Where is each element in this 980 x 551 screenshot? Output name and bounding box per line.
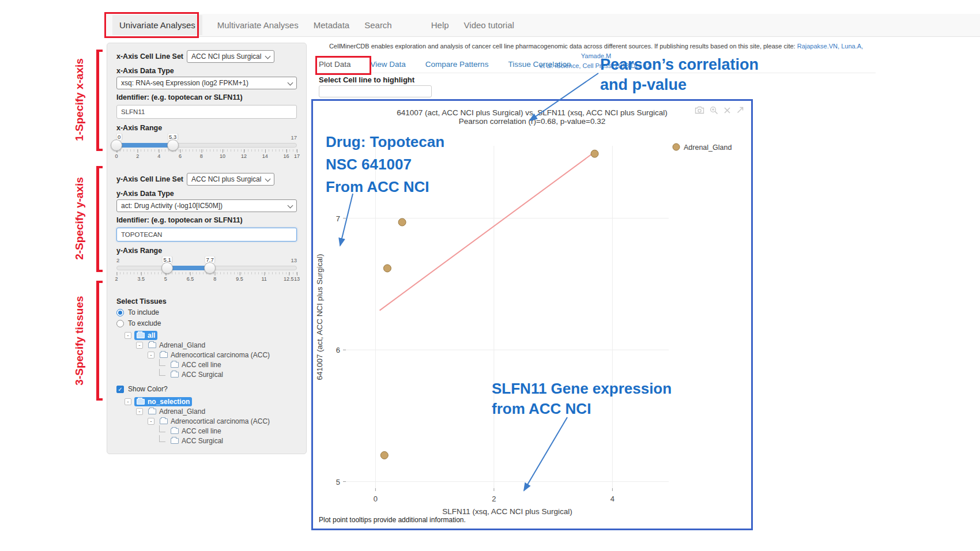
tree-connector [159,359,165,366]
folder-icon [171,438,179,444]
folder-icon [160,418,168,424]
highlight-cell-line-input[interactable] [319,85,432,97]
tree-node-adrenal-gland[interactable]: -Adrenal_Gland [136,406,297,416]
x-slider-max-label: 17 [291,134,297,141]
tree-node-label: ACC cell line [182,427,221,435]
x-cell-line-set-value: ACC NCI plus Surgical [191,52,261,61]
x-identifier-input[interactable] [116,105,297,119]
slider-tick-label: 6.5 [187,276,194,282]
tab-view-data[interactable]: View Data [371,60,406,69]
range-slider-handle-from[interactable] [111,139,122,151]
slider-tick-label: 8 [213,276,216,282]
tab-compare-patterns[interactable]: Compare Patterns [425,60,489,69]
radio-button-icon[interactable] [116,320,124,327]
nav-item-search[interactable]: Search [364,20,392,30]
legend-marker[interactable] [673,144,680,150]
pan-arrow-icon[interactable] [736,106,744,117]
sidebar-controls-panel: x-Axis Cell Line Set ACC NCI plus Surgic… [107,43,307,454]
collapse-toggle-icon[interactable]: - [136,408,143,415]
slider-fill [116,143,173,148]
annotation-gene-line1: SLFN11 Gene expression [492,379,672,399]
y-axis-range-slider[interactable]: 2 5.1 7.7 13 23.556.589.51112.513 [116,256,297,284]
plot-subtitle: Pearson correlation (r)=0.68, p-value=0.… [313,117,751,126]
show-color-checkbox-row[interactable]: Show Color? [116,385,297,393]
checkbox-checked-icon[interactable] [116,386,124,393]
tree-node-adrenocortical-carcinoma-acc-[interactable]: -Adrenocortical carcinoma (ACC) [148,350,297,360]
x-cell-line-set-select[interactable]: ACC NCI plus Surgical [187,50,274,63]
y-data-type-label: y-Axis Data Type [116,190,297,198]
y-tick-label: 7 [336,214,340,223]
tree-node-acc-surgical[interactable]: ACC Surgical [159,369,297,379]
collapse-toggle-icon[interactable]: - [148,352,154,358]
collapse-toggle-icon[interactable]: - [125,332,131,339]
zoom-icon[interactable] [710,106,718,117]
collapse-toggle-icon[interactable]: - [148,418,154,425]
select-tissues-heading: Select Tissues [116,297,297,305]
slider-tick-label: 9.5 [236,276,243,282]
tree-node-acc-cell-line[interactable]: ACC cell line [159,360,297,369]
page: { "nav": { "items": [ {"label": "Univari… [0,0,980,551]
data-point[interactable] [380,451,388,459]
range-slider-handle-to[interactable] [204,262,216,274]
tree-node-all[interactable]: -all [125,330,297,340]
red-step-label-x-axis: 1-Specify x-axis [73,42,86,157]
x-axis-range-slider[interactable]: 0 5.3 17 024681012141617 [116,134,297,161]
slider-tick-label: 3.5 [137,276,145,282]
slider-tick-label: 12.5 [284,276,294,282]
collapse-toggle-icon[interactable]: - [136,342,143,349]
radio-to-exclude[interactable]: To exclude [116,319,297,327]
nav-item-multivariate-analyses[interactable]: Multivariate Analyses [217,20,299,30]
nav-item-metadata[interactable]: Metadata [314,20,350,30]
tab-plot-data[interactable]: Plot Data [319,60,351,69]
tree-connector [159,369,165,376]
tab-tissue-correlation[interactable]: Tissue Correlation [508,60,571,69]
range-slider-handle-from[interactable] [161,262,173,274]
radio-to-include[interactable]: To include [116,308,297,316]
camera-icon[interactable] [695,106,704,117]
tree-node-label: Adrenocortical carcinoma (ACC) [171,351,270,359]
tree-node-acc-cell-line[interactable]: ACC cell line [159,426,297,436]
collapse-toggle-icon[interactable]: - [125,398,131,405]
data-point[interactable] [383,265,391,272]
range-slider-handle-to[interactable] [167,139,179,151]
chevron-down-icon [265,54,271,59]
annotation-gene-line2: from ACC NCI [492,399,672,419]
y-cell-line-set-label: y-Axis Cell Line Set [116,175,183,183]
y-cell-line-set-select[interactable]: ACC NCI plus Surgical [187,173,274,186]
annotation-drug: Drug: Topotecan NSC 641007 From ACC NCI [326,131,444,198]
legend-label[interactable]: Adrenal_Gland [684,144,732,152]
slider-tick-label: 6 [179,153,182,159]
red-bracket-y-axis [96,166,103,272]
x-tick-label: 4 [610,495,615,503]
x-tick-label: 0 [374,495,378,503]
folder-icon [171,428,179,434]
tree-node-adrenocortical-carcinoma-acc-[interactable]: -Adrenocortical carcinoma (ACC) [148,416,297,426]
y-data-type-value: act: Drug Activity (-log10[IC50M]) [121,202,223,210]
x-axis-range-label: x-Axis Range [116,124,297,132]
close-icon[interactable] [723,106,731,117]
nav-item-univariate-analyses[interactable]: Univariate Analyses [112,15,202,35]
x-data-type-select[interactable]: xsq: RNA-seq Expression (log2 FPKM+1) [116,77,297,89]
y-identifier-label: Identifier: (e.g. topotecan or SLFN11) [116,216,297,224]
chevron-down-icon [288,203,293,209]
nav-item-video-tutorial[interactable]: Video tutorial [464,20,514,30]
x-data-type-value: xsq: RNA-seq Expression (log2 FPKM+1) [121,79,248,87]
slider-tick-label: 17 [294,153,300,159]
data-point[interactable] [591,150,598,157]
tree-node-acc-surgical[interactable]: ACC Surgical [159,436,297,446]
slider-tick-label: 16 [284,153,289,159]
annotation-gene: SLFN11 Gene expression from ACC NCI [492,379,672,419]
tree-node-no-selection[interactable]: -no_selection [125,397,297,406]
data-point[interactable] [398,218,406,226]
radio-button-icon[interactable] [116,309,124,316]
y-data-type-select[interactable]: act: Drug Activity (-log10[IC50M]) [116,199,297,212]
chevron-down-icon [265,176,271,182]
annotation-drug-line2: NSC 641007 [326,153,444,176]
x-identifier-label: Identifier: (e.g. topotecan or SLFN11) [116,93,297,101]
nav-item-help[interactable]: Help [431,20,449,30]
y-identifier-input[interactable] [116,228,297,241]
red-bracket-tissues [96,281,103,401]
slider-fill [167,266,210,270]
highlight-cell-line-label: Select Cell line to highlight [319,76,414,84]
tree-node-adrenal-gland[interactable]: -Adrenal_Gland [136,340,297,350]
